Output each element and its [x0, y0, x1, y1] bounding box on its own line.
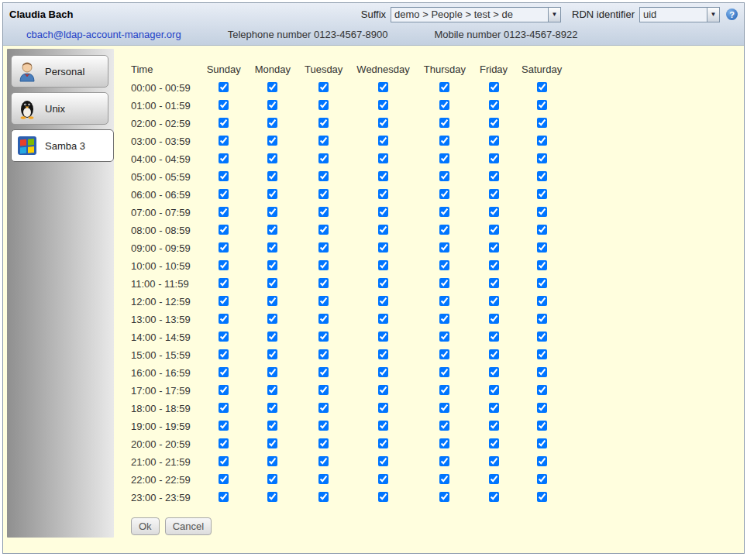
hour-checkbox[interactable]	[318, 153, 329, 163]
hour-checkbox[interactable]	[219, 385, 229, 395]
email-link[interactable]: cbach@ldap-account-manager.org	[26, 29, 181, 40]
hour-checkbox[interactable]	[439, 332, 449, 342]
hour-checkbox[interactable]	[318, 278, 329, 288]
hour-checkbox[interactable]	[267, 225, 277, 235]
hour-checkbox[interactable]	[219, 260, 229, 270]
hour-checkbox[interactable]	[378, 474, 388, 484]
hour-checkbox[interactable]	[267, 207, 277, 217]
hour-checkbox[interactable]	[439, 474, 449, 484]
hour-checkbox[interactable]	[318, 314, 329, 324]
hour-checkbox[interactable]	[378, 207, 388, 217]
tab-samba3[interactable]: Samba 3	[11, 129, 114, 162]
hour-checkbox[interactable]	[537, 367, 547, 377]
hour-checkbox[interactable]	[219, 314, 229, 324]
hour-checkbox[interactable]	[318, 260, 329, 270]
hour-checkbox[interactable]	[219, 296, 229, 306]
hour-checkbox[interactable]	[219, 332, 229, 342]
hour-checkbox[interactable]	[489, 118, 499, 128]
hour-checkbox[interactable]	[537, 403, 547, 413]
hour-checkbox[interactable]	[439, 260, 449, 270]
hour-checkbox[interactable]	[267, 82, 277, 92]
hour-checkbox[interactable]	[489, 421, 499, 431]
hour-checkbox[interactable]	[267, 385, 277, 395]
hour-checkbox[interactable]	[318, 349, 329, 359]
hour-checkbox[interactable]	[267, 474, 277, 484]
hour-checkbox[interactable]	[439, 153, 449, 163]
hour-checkbox[interactable]	[219, 207, 229, 217]
hour-checkbox[interactable]	[318, 100, 329, 110]
hour-checkbox[interactable]	[489, 314, 499, 324]
hour-checkbox[interactable]	[489, 171, 499, 181]
hour-checkbox[interactable]	[489, 82, 499, 92]
hour-checkbox[interactable]	[267, 296, 277, 306]
hour-checkbox[interactable]	[489, 225, 499, 235]
hour-checkbox[interactable]	[267, 367, 277, 377]
hour-checkbox[interactable]	[537, 492, 547, 502]
hour-checkbox[interactable]	[439, 438, 449, 448]
hour-checkbox[interactable]	[318, 474, 329, 484]
hour-checkbox[interactable]	[318, 82, 329, 92]
hour-checkbox[interactable]	[318, 242, 329, 253]
hour-checkbox[interactable]	[439, 242, 449, 253]
hour-checkbox[interactable]	[318, 367, 329, 377]
hour-checkbox[interactable]	[219, 189, 229, 199]
help-icon[interactable]: ?	[726, 9, 738, 20]
hour-checkbox[interactable]	[489, 278, 499, 288]
hour-checkbox[interactable]	[219, 100, 229, 110]
hour-checkbox[interactable]	[219, 153, 229, 163]
hour-checkbox[interactable]	[267, 260, 277, 270]
hour-checkbox[interactable]	[267, 456, 277, 466]
hour-checkbox[interactable]	[318, 438, 329, 448]
hour-checkbox[interactable]	[318, 225, 329, 235]
hour-checkbox[interactable]	[378, 492, 388, 502]
hour-checkbox[interactable]	[537, 225, 547, 235]
hour-checkbox[interactable]	[378, 314, 388, 324]
hour-checkbox[interactable]	[378, 136, 388, 146]
hour-checkbox[interactable]	[219, 474, 229, 484]
hour-checkbox[interactable]	[378, 260, 388, 270]
hour-checkbox[interactable]	[537, 385, 547, 395]
hour-checkbox[interactable]	[267, 153, 277, 163]
hour-checkbox[interactable]	[378, 189, 388, 199]
hour-checkbox[interactable]	[318, 492, 329, 502]
hour-checkbox[interactable]	[378, 403, 388, 413]
hour-checkbox[interactable]	[219, 349, 229, 359]
hour-checkbox[interactable]	[537, 207, 547, 217]
hour-checkbox[interactable]	[219, 118, 229, 128]
hour-checkbox[interactable]	[378, 118, 388, 128]
hour-checkbox[interactable]	[489, 242, 499, 253]
hour-checkbox[interactable]	[267, 278, 277, 288]
hour-checkbox[interactable]	[537, 456, 547, 466]
hour-checkbox[interactable]	[378, 385, 388, 395]
hour-checkbox[interactable]	[489, 385, 499, 395]
hour-checkbox[interactable]	[378, 153, 388, 163]
hour-checkbox[interactable]	[439, 314, 449, 324]
hour-checkbox[interactable]	[489, 349, 499, 359]
hour-checkbox[interactable]	[378, 225, 388, 235]
hour-checkbox[interactable]	[489, 260, 499, 270]
hour-checkbox[interactable]	[439, 492, 449, 502]
hour-checkbox[interactable]	[439, 100, 449, 110]
hour-checkbox[interactable]	[378, 456, 388, 466]
hour-checkbox[interactable]	[439, 278, 449, 288]
hour-checkbox[interactable]	[267, 403, 277, 413]
hour-checkbox[interactable]	[537, 171, 547, 181]
hour-checkbox[interactable]	[318, 332, 329, 342]
hour-checkbox[interactable]	[537, 260, 547, 270]
suffix-select[interactable]: demo > People > test > de ▼	[391, 7, 561, 22]
hour-checkbox[interactable]	[267, 100, 277, 110]
hour-checkbox[interactable]	[537, 100, 547, 110]
hour-checkbox[interactable]	[378, 421, 388, 431]
hour-checkbox[interactable]	[489, 189, 499, 199]
hour-checkbox[interactable]	[267, 136, 277, 146]
hour-checkbox[interactable]	[537, 349, 547, 359]
hour-checkbox[interactable]	[378, 242, 388, 253]
hour-checkbox[interactable]	[318, 385, 329, 395]
hour-checkbox[interactable]	[489, 438, 499, 448]
hour-checkbox[interactable]	[219, 438, 229, 448]
hour-checkbox[interactable]	[318, 171, 329, 181]
hour-checkbox[interactable]	[219, 456, 229, 466]
hour-checkbox[interactable]	[489, 296, 499, 306]
hour-checkbox[interactable]	[219, 403, 229, 413]
hour-checkbox[interactable]	[439, 385, 449, 395]
